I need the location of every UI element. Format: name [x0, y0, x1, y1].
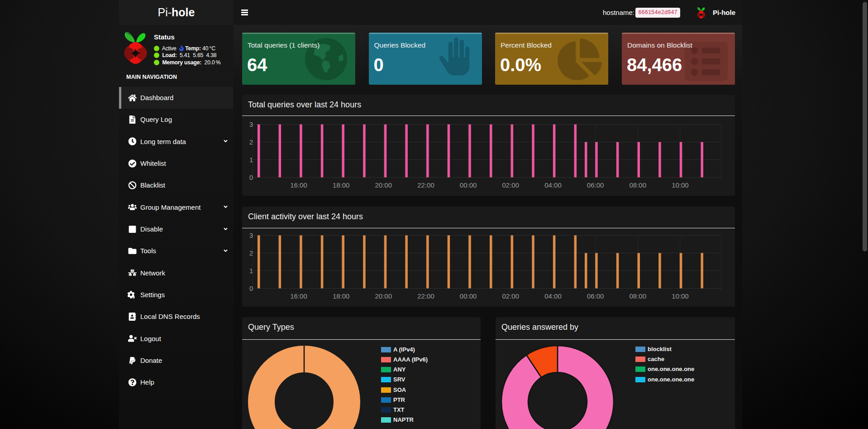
svg-text:04:00: 04:00	[544, 181, 562, 189]
svg-text:2: 2	[249, 139, 253, 146]
svg-text:08:00: 08:00	[630, 181, 647, 189]
svg-text:0: 0	[249, 174, 253, 181]
svg-text:18:00: 18:00	[333, 181, 350, 189]
svg-text:3: 3	[249, 232, 253, 239]
svg-text:16:00: 16:00	[290, 181, 307, 189]
svg-text:0: 0	[249, 285, 253, 292]
svg-text:02:00: 02:00	[502, 292, 520, 300]
svg-text:1: 1	[249, 156, 253, 164]
svg-text:04:00: 04:00	[544, 292, 562, 300]
svg-text:18:00: 18:00	[333, 292, 350, 300]
svg-text:22:00: 22:00	[417, 292, 434, 300]
svg-text:16:00: 16:00	[290, 292, 307, 300]
svg-text:10:00: 10:00	[672, 292, 689, 300]
svg-text:20:00: 20:00	[375, 181, 392, 189]
svg-text:3: 3	[249, 121, 253, 128]
svg-text:00:00: 00:00	[460, 181, 477, 189]
svg-text:10:00: 10:00	[672, 181, 689, 189]
svg-text:2: 2	[249, 250, 253, 257]
svg-text:08:00: 08:00	[630, 292, 647, 300]
svg-text:22:00: 22:00	[417, 181, 434, 189]
svg-text:02:00: 02:00	[502, 181, 520, 189]
svg-text:20:00: 20:00	[375, 292, 392, 300]
svg-text:1: 1	[249, 267, 253, 275]
svg-text:06:00: 06:00	[587, 292, 604, 300]
svg-text:06:00: 06:00	[587, 181, 604, 189]
svg-text:00:00: 00:00	[460, 292, 477, 300]
